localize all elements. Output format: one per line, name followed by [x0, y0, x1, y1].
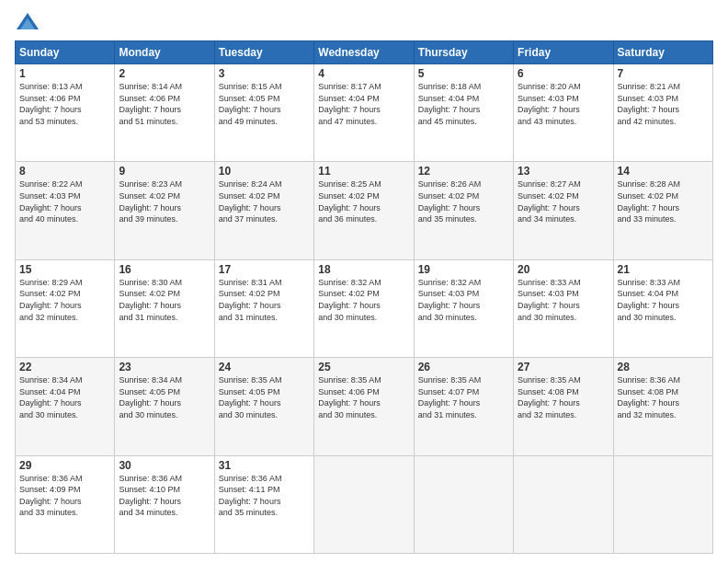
day-number-4: 4 [318, 67, 409, 80]
calendar-day-18: 18Sunrise: 8:32 AMSunset: 4:02 PMDayligh… [314, 259, 414, 357]
day-number-15: 15 [19, 263, 110, 276]
empty-cell [514, 455, 613, 553]
calendar-day-16: 16Sunrise: 8:30 AMSunset: 4:02 PMDayligh… [115, 259, 214, 357]
day-info-17: Sunrise: 8:31 AMSunset: 4:02 PMDaylight:… [219, 277, 310, 323]
weekday-header-wednesday: Wednesday [314, 41, 414, 64]
calendar-day-2: 2Sunrise: 8:14 AMSunset: 4:06 PMDaylight… [115, 64, 214, 162]
day-info-16: Sunrise: 8:30 AMSunset: 4:02 PMDaylight:… [119, 277, 210, 323]
calendar-day-17: 17Sunrise: 8:31 AMSunset: 4:02 PMDayligh… [214, 259, 313, 357]
calendar-day-12: 12Sunrise: 8:26 AMSunset: 4:02 PMDayligh… [414, 162, 513, 259]
logo-icon [15, 11, 40, 33]
day-number-29: 29 [19, 459, 110, 472]
day-info-5: Sunrise: 8:18 AMSunset: 4:04 PMDaylight:… [418, 81, 509, 127]
calendar-day-22: 22Sunrise: 8:34 AMSunset: 4:04 PMDayligh… [16, 358, 115, 455]
calendar-day-19: 19Sunrise: 8:32 AMSunset: 4:03 PMDayligh… [414, 259, 513, 357]
day-info-29: Sunrise: 8:36 AMSunset: 4:09 PMDaylight:… [19, 473, 110, 519]
day-info-6: Sunrise: 8:20 AMSunset: 4:03 PMDaylight:… [518, 81, 609, 127]
calendar-day-5: 5Sunrise: 8:18 AMSunset: 4:04 PMDaylight… [414, 64, 513, 162]
calendar-day-30: 30Sunrise: 8:36 AMSunset: 4:10 PMDayligh… [115, 455, 214, 553]
day-info-21: Sunrise: 8:33 AMSunset: 4:04 PMDaylight:… [618, 277, 709, 323]
day-info-7: Sunrise: 8:21 AMSunset: 4:03 PMDaylight:… [618, 81, 709, 127]
calendar-day-6: 6Sunrise: 8:20 AMSunset: 4:03 PMDaylight… [514, 64, 613, 162]
calendar-day-26: 26Sunrise: 8:35 AMSunset: 4:07 PMDayligh… [414, 358, 513, 455]
day-number-9: 9 [119, 165, 210, 178]
day-info-24: Sunrise: 8:35 AMSunset: 4:05 PMDaylight:… [219, 374, 310, 420]
day-number-19: 19 [418, 263, 509, 276]
day-number-7: 7 [618, 67, 709, 80]
day-info-14: Sunrise: 8:28 AMSunset: 4:02 PMDaylight:… [618, 178, 709, 224]
day-number-10: 10 [219, 165, 310, 178]
calendar-day-27: 27Sunrise: 8:35 AMSunset: 4:08 PMDayligh… [514, 358, 613, 455]
weekday-header-tuesday: Tuesday [214, 41, 313, 64]
calendar-header-row: SundayMondayTuesdayWednesdayThursdayFrid… [16, 41, 713, 64]
empty-cell [613, 455, 712, 553]
calendar-day-8: 8Sunrise: 8:22 AMSunset: 4:03 PMDaylight… [16, 162, 115, 259]
day-number-23: 23 [119, 361, 210, 373]
day-number-21: 21 [618, 263, 709, 276]
day-info-31: Sunrise: 8:36 AMSunset: 4:11 PMDaylight:… [219, 473, 310, 519]
calendar-day-3: 3Sunrise: 8:15 AMSunset: 4:05 PMDaylight… [214, 64, 313, 162]
day-info-25: Sunrise: 8:35 AMSunset: 4:06 PMDaylight:… [318, 374, 409, 420]
empty-cell [314, 455, 414, 553]
weekday-header-thursday: Thursday [414, 41, 513, 64]
calendar-day-13: 13Sunrise: 8:27 AMSunset: 4:02 PMDayligh… [514, 162, 613, 259]
day-info-10: Sunrise: 8:24 AMSunset: 4:02 PMDaylight:… [219, 178, 310, 224]
day-info-27: Sunrise: 8:35 AMSunset: 4:08 PMDaylight:… [518, 374, 609, 420]
day-number-25: 25 [318, 361, 409, 373]
calendar-week-1: 1Sunrise: 8:13 AMSunset: 4:06 PMDaylight… [16, 64, 713, 162]
calendar-day-31: 31Sunrise: 8:36 AMSunset: 4:11 PMDayligh… [214, 455, 313, 553]
calendar-day-7: 7Sunrise: 8:21 AMSunset: 4:03 PMDaylight… [613, 64, 712, 162]
day-info-30: Sunrise: 8:36 AMSunset: 4:10 PMDaylight:… [119, 473, 210, 519]
day-number-17: 17 [219, 263, 310, 276]
day-info-13: Sunrise: 8:27 AMSunset: 4:02 PMDaylight:… [518, 178, 609, 224]
day-number-11: 11 [318, 165, 409, 178]
day-info-1: Sunrise: 8:13 AMSunset: 4:06 PMDaylight:… [19, 81, 110, 127]
day-number-1: 1 [19, 67, 110, 80]
header [15, 11, 713, 33]
calendar-day-28: 28Sunrise: 8:36 AMSunset: 4:08 PMDayligh… [613, 358, 712, 455]
day-info-18: Sunrise: 8:32 AMSunset: 4:02 PMDaylight:… [318, 277, 409, 323]
calendar-day-20: 20Sunrise: 8:33 AMSunset: 4:03 PMDayligh… [514, 259, 613, 357]
day-number-30: 30 [119, 459, 210, 472]
calendar-table: SundayMondayTuesdayWednesdayThursdayFrid… [15, 40, 713, 554]
day-number-27: 27 [518, 361, 609, 373]
day-number-18: 18 [318, 263, 409, 276]
day-number-26: 26 [418, 361, 509, 373]
day-number-16: 16 [119, 263, 210, 276]
calendar-day-14: 14Sunrise: 8:28 AMSunset: 4:02 PMDayligh… [613, 162, 712, 259]
day-number-8: 8 [19, 165, 110, 178]
calendar-day-25: 25Sunrise: 8:35 AMSunset: 4:06 PMDayligh… [314, 358, 414, 455]
calendar-day-10: 10Sunrise: 8:24 AMSunset: 4:02 PMDayligh… [214, 162, 313, 259]
day-number-5: 5 [418, 67, 509, 80]
day-info-23: Sunrise: 8:34 AMSunset: 4:05 PMDaylight:… [119, 374, 210, 420]
day-info-19: Sunrise: 8:32 AMSunset: 4:03 PMDaylight:… [418, 277, 509, 323]
day-info-20: Sunrise: 8:33 AMSunset: 4:03 PMDaylight:… [518, 277, 609, 323]
calendar-day-29: 29Sunrise: 8:36 AMSunset: 4:09 PMDayligh… [16, 455, 115, 553]
calendar-day-11: 11Sunrise: 8:25 AMSunset: 4:02 PMDayligh… [314, 162, 414, 259]
calendar-week-3: 15Sunrise: 8:29 AMSunset: 4:02 PMDayligh… [16, 259, 713, 357]
calendar-day-1: 1Sunrise: 8:13 AMSunset: 4:06 PMDaylight… [16, 64, 115, 162]
day-number-24: 24 [219, 361, 310, 373]
day-number-28: 28 [618, 361, 709, 373]
calendar-week-4: 22Sunrise: 8:34 AMSunset: 4:04 PMDayligh… [16, 358, 713, 455]
page: SundayMondayTuesdayWednesdayThursdayFrid… [0, 0, 728, 563]
day-info-22: Sunrise: 8:34 AMSunset: 4:04 PMDaylight:… [19, 374, 110, 420]
day-info-11: Sunrise: 8:25 AMSunset: 4:02 PMDaylight:… [318, 178, 409, 224]
day-number-6: 6 [518, 67, 609, 80]
calendar-day-9: 9Sunrise: 8:23 AMSunset: 4:02 PMDaylight… [115, 162, 214, 259]
weekday-header-monday: Monday [115, 41, 214, 64]
weekday-header-saturday: Saturday [613, 41, 712, 64]
calendar-week-2: 8Sunrise: 8:22 AMSunset: 4:03 PMDaylight… [16, 162, 713, 259]
day-info-3: Sunrise: 8:15 AMSunset: 4:05 PMDaylight:… [219, 81, 310, 127]
day-info-9: Sunrise: 8:23 AMSunset: 4:02 PMDaylight:… [119, 178, 210, 224]
day-number-22: 22 [19, 361, 110, 373]
day-number-31: 31 [219, 459, 310, 472]
weekday-header-sunday: Sunday [16, 41, 115, 64]
day-number-13: 13 [518, 165, 609, 178]
day-number-14: 14 [618, 165, 709, 178]
weekday-header-friday: Friday [514, 41, 613, 64]
empty-cell [414, 455, 513, 553]
day-number-2: 2 [119, 67, 210, 80]
day-info-26: Sunrise: 8:35 AMSunset: 4:07 PMDaylight:… [418, 374, 509, 420]
day-info-4: Sunrise: 8:17 AMSunset: 4:04 PMDaylight:… [318, 81, 409, 127]
